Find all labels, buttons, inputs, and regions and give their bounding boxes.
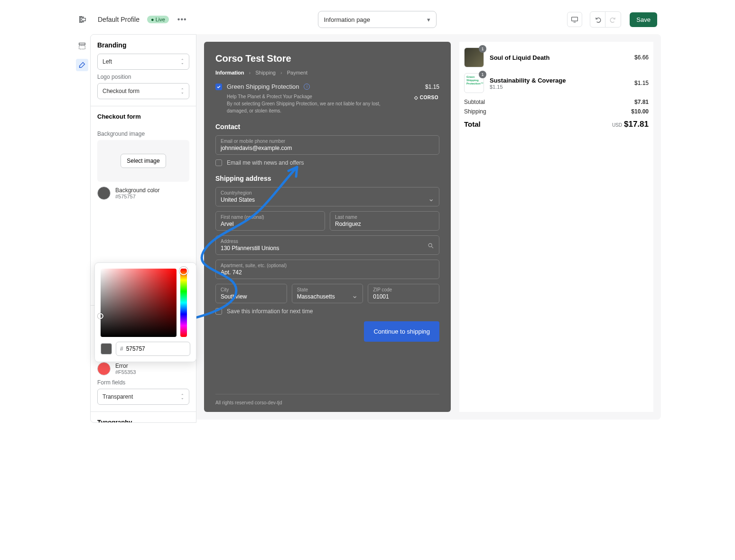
- chevron-down-icon: ⌄: [352, 291, 358, 300]
- logo-position-select[interactable]: Checkout form: [97, 83, 189, 99]
- contact-heading: Contact: [215, 123, 439, 131]
- redo-button: [605, 12, 621, 27]
- corso-logo: ◇ CORSO: [414, 95, 438, 100]
- form-fields-select[interactable]: Transparent: [97, 389, 189, 405]
- gsp-price: $1.15: [425, 84, 439, 90]
- cart-item: 1 Soul of Liquid Death $6.66: [464, 47, 649, 67]
- zip-field[interactable]: ZIP code01001: [368, 284, 439, 303]
- svg-rect-1: [79, 43, 85, 45]
- select-image-button[interactable]: Select image: [121, 154, 166, 168]
- save-info-checkbox[interactable]: [215, 308, 222, 315]
- first-name-field[interactable]: First name (optional)Arvel: [215, 211, 325, 231]
- profile-name: Default Profile: [98, 16, 140, 23]
- desktop-preview-button[interactable]: [567, 12, 582, 27]
- news-checkbox[interactable]: [215, 159, 222, 166]
- state-select[interactable]: StateMassachusetts⌄: [292, 284, 363, 303]
- last-name-field[interactable]: Last nameRodriguez: [330, 211, 439, 231]
- checkout-form-heading: Checkout form: [91, 106, 196, 127]
- svg-rect-0: [572, 17, 578, 21]
- logo-position-label: Logo position: [97, 74, 189, 80]
- save-info-label: Save this information for next time: [227, 308, 313, 315]
- cart-thumb: GreenShippingProtection™ 1: [464, 73, 484, 93]
- more-button[interactable]: •••: [177, 15, 187, 24]
- bg-image-dropzone[interactable]: Select image: [97, 140, 189, 182]
- chevron-down-icon: ⌄: [428, 194, 434, 203]
- svg-rect-2: [79, 46, 85, 49]
- live-badge: ● Live: [147, 16, 169, 23]
- page-selector[interactable]: Information page▾: [318, 11, 437, 28]
- rail-sections-icon[interactable]: [76, 40, 88, 52]
- gsp-checkbox[interactable]: [215, 84, 222, 90]
- svg-point-3: [80, 67, 81, 68]
- continue-button[interactable]: Continue to shipping: [364, 321, 439, 342]
- color-picker-saturation[interactable]: [101, 269, 177, 337]
- gsp-label: Green Shipping Protection: [227, 83, 299, 90]
- news-label: Email me with news and offers: [227, 159, 304, 166]
- color-picker-hex-input[interactable]: #: [116, 342, 190, 356]
- address-field[interactable]: Address130 Pfannerstill Unions: [215, 235, 439, 255]
- rail-branding-icon[interactable]: [76, 59, 88, 71]
- color-picker-hue[interactable]: [180, 269, 187, 337]
- color-picker-swatch: [101, 343, 112, 355]
- form-fields-label: Form fields: [97, 379, 189, 386]
- bg-image-label: Background image: [97, 131, 189, 137]
- svg-point-4: [428, 243, 432, 247]
- store-title: Corso Test Store: [215, 53, 439, 64]
- exit-button[interactable]: [76, 13, 89, 26]
- checkout-footer: All rights reserved corso-dev-tjd: [215, 394, 439, 405]
- cart-thumb: 1: [464, 47, 484, 67]
- cart-item: GreenShippingProtection™ 1 Sustainabilit…: [464, 73, 649, 93]
- typography-heading: Typography: [91, 412, 196, 422]
- apartment-field[interactable]: Apartment, suite, etc. (optional)Apt. 74…: [215, 260, 439, 279]
- error-color-row[interactable]: Error#F55353: [97, 362, 189, 375]
- undo-button[interactable]: [590, 12, 605, 27]
- country-select[interactable]: Country/region United States ⌄: [215, 187, 439, 206]
- sidebar-title: Branding: [91, 35, 196, 54]
- city-field[interactable]: CitySouthview: [215, 284, 287, 303]
- save-button[interactable]: Save: [630, 12, 657, 27]
- search-icon: [428, 243, 434, 251]
- alignment-select[interactable]: Left: [97, 54, 189, 70]
- color-picker-popover: #: [94, 262, 196, 362]
- shipping-heading: Shipping address: [215, 175, 439, 182]
- breadcrumb: Information› Shipping› Payment: [215, 70, 439, 75]
- email-field[interactable]: Email or mobile phone number johnniedavi…: [215, 135, 439, 155]
- bg-color-1-row[interactable]: Background color #575757: [97, 187, 189, 200]
- info-icon[interactable]: i: [304, 84, 310, 90]
